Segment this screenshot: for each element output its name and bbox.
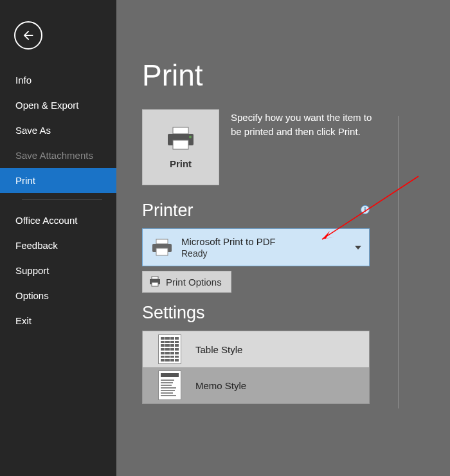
print-button[interactable]: Print — [142, 109, 219, 185]
style-item-memo[interactable]: Memo Style — [143, 367, 369, 403]
sidebar-item-2[interactable]: Save As — [0, 118, 116, 143]
printer-status: Ready — [181, 248, 347, 259]
sidebar2-item-1[interactable]: Feedback — [0, 233, 116, 258]
back-button[interactable] — [14, 21, 42, 50]
main-panel: Print Print Specify how you want the ite… — [116, 0, 450, 476]
printer-name: Microsoft Print to PDF — [181, 236, 347, 247]
chevron-down-icon — [355, 246, 361, 250]
printer-heading: Printer — [142, 201, 424, 221]
sidebar2-item-0[interactable]: Office Account — [0, 208, 116, 233]
vertical-divider — [398, 116, 399, 408]
svg-rect-6 — [156, 248, 168, 255]
sidebar-item-1[interactable]: Open & Export — [0, 93, 116, 118]
printer-icon — [165, 126, 196, 152]
printer-small-icon — [150, 239, 174, 257]
svg-rect-9 — [152, 282, 158, 286]
svg-rect-0 — [173, 127, 188, 134]
sidebar2-item-4[interactable]: Exit — [0, 308, 116, 333]
settings-heading: Settings — [142, 303, 424, 323]
arrow-left-icon — [21, 28, 35, 42]
sidebar-item-3[interactable]: Save Attachments — [0, 143, 116, 168]
svg-rect-4 — [156, 239, 168, 244]
sidebar-divider — [22, 199, 102, 200]
svg-rect-2 — [173, 140, 188, 149]
page-title: Print — [142, 58, 424, 93]
sidebar2-item-2[interactable]: Support — [0, 258, 116, 283]
svg-rect-7 — [152, 277, 158, 279]
print-description: Specify how you want the item to be prin… — [231, 109, 375, 185]
sidebar-item-4[interactable]: Print — [0, 168, 116, 193]
style-label: Memo Style — [195, 380, 246, 391]
memo-style-icon — [158, 371, 181, 400]
settings-list: Table StyleMemo Style — [142, 331, 370, 404]
sidebar-item-0[interactable]: Info — [0, 68, 116, 93]
print-options-button[interactable]: Print Options — [142, 271, 231, 293]
svg-point-3 — [189, 136, 192, 138]
print-options-icon — [149, 276, 161, 288]
table-style-icon — [158, 334, 181, 364]
printer-dropdown[interactable]: Microsoft Print to PDF Ready — [142, 228, 370, 266]
style-item-table[interactable]: Table Style — [143, 331, 369, 367]
print-options-label: Print Options — [166, 277, 222, 288]
sidebar2-item-3[interactable]: Options — [0, 283, 116, 308]
print-button-label: Print — [170, 158, 192, 169]
sidebar: InfoOpen & ExportSave AsSave Attachments… — [0, 0, 116, 476]
style-label: Table Style — [195, 344, 242, 355]
info-icon[interactable]: i — [361, 205, 370, 214]
